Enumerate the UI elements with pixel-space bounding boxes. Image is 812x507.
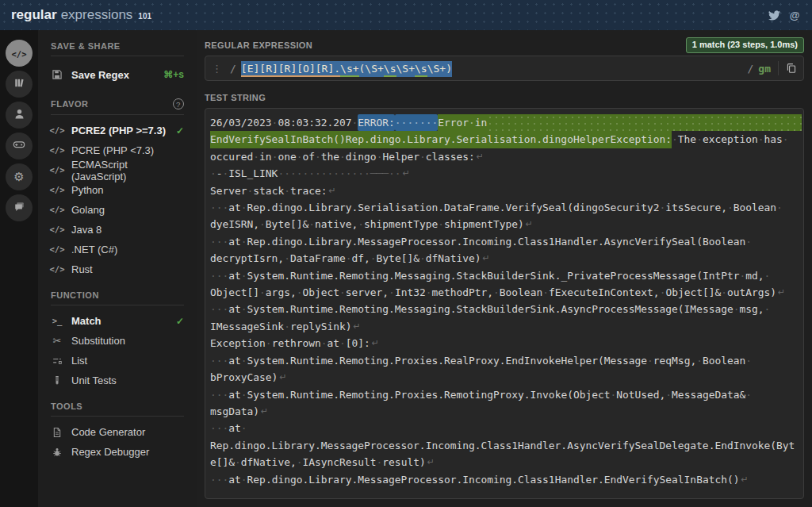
flavor-item-java-8[interactable]: </>Java 8 [51, 220, 184, 240]
item-label: Java 8 [71, 224, 102, 236]
code-icon: </> [12, 46, 27, 60]
bug-icon [51, 447, 63, 458]
check-icon: ✓ [176, 125, 184, 136]
twitter-icon[interactable] [768, 9, 780, 21]
flavor-item-rust[interactable]: </>Rust [51, 259, 184, 279]
rail-button-code[interactable]: </> [6, 40, 33, 67]
code-icon: </> [51, 166, 63, 175]
item-label: List [71, 355, 87, 367]
newline-marker-icon: ↵ [477, 148, 484, 165]
save-regex-button[interactable]: Save Regex ⌘+s [51, 62, 184, 87]
match-highlight-fill [487, 114, 802, 131]
flavor-item-pcre2-php-7-3[interactable]: </>PCRE2 (PHP >=7.3)✓ [51, 121, 184, 140]
rail-button-gamepad[interactable] [6, 133, 33, 159]
rail-button-settings[interactable]: ⚙ [6, 163, 33, 190]
regex-open-delimiter: / [230, 63, 236, 75]
newline-marker-icon: ↵ [261, 403, 268, 420]
list-icon [51, 355, 63, 367]
function-list: >_Match✓✂SubstitutionListUnit Tests [51, 311, 184, 390]
regex-input[interactable]: ⋮ / [E][R][R][O][R].\s+(\S+\s\S+\s\S+) /… [205, 56, 804, 81]
test-string-line: occured·in·one·of·the·dingo·Helper·class… [210, 148, 802, 165]
function-item-list[interactable]: List [51, 351, 184, 371]
test-section-label: TEST STRING [205, 93, 266, 102]
content-row: </>⚙ SAVE & SHARE Save Regex ⌘+s FLAVOR … [0, 30, 812, 507]
tool-item-code-generator[interactable]: Code Generator [51, 422, 184, 442]
item-label: Golang [71, 204, 105, 216]
function-item-substitution[interactable]: ✂Substitution [51, 331, 184, 351]
icon-rail: </>⚙ [0, 30, 38, 507]
function-item-match[interactable]: >_Match✓ [51, 311, 184, 331]
section-flavor: FLAVOR ? [51, 98, 184, 115]
rail-button-library[interactable] [6, 71, 33, 98]
account-icon [13, 108, 25, 123]
flavor-item-net-c[interactable]: </>.NET (C#) [51, 240, 184, 259]
regex-pattern-text[interactable]: [E][R][R][O][R].\s+(\S+\s\S+\s\S+) [241, 63, 452, 75]
newline-marker-icon: ↵ [778, 284, 785, 301]
item-label: PCRE (PHP <7.3) [71, 144, 154, 156]
item-label: Unit Tests [71, 374, 117, 386]
main-panel: REGULAR EXPRESSION 1 match (23 steps, 1.… [197, 30, 812, 507]
item-label: Python [71, 184, 103, 196]
test-string-line: ···at·Rep.dingo.Library.MessageProcessor… [210, 471, 802, 488]
scissors-icon: ✂ [51, 335, 63, 347]
item-label: ECMAScript (JavaScript) [71, 159, 184, 182]
gamepad-icon [13, 138, 25, 154]
newline-marker-icon: ↵ [741, 471, 748, 488]
at-icon[interactable]: @ [788, 9, 801, 21]
test-string-line: ···at·System.Runtime.Remoting.Messaging.… [210, 301, 802, 317]
rail-button-account[interactable] [6, 102, 33, 129]
item-label: PCRE2 (PHP >=7.3) [71, 125, 166, 136]
unittests-icon [51, 375, 63, 386]
divider [778, 61, 779, 75]
flavor-item-python[interactable]: </>Python [51, 180, 184, 200]
test-string-line: Exception·rethrown·at·[0]:↵ [210, 335, 802, 351]
test-string-line: ···at·Rep.dingo.Library.MessageProcessor… [210, 233, 802, 250]
item-label: .NET (C#) [71, 244, 117, 255]
newline-marker-icon: ↵ [483, 250, 490, 267]
test-string-line: ···at· [210, 420, 802, 436]
tools-title: TOOLS [51, 401, 82, 411]
feedback-icon [13, 201, 25, 216]
newline-marker-icon: ↵ [372, 335, 379, 351]
code-icon: </> [51, 225, 63, 234]
code-icon: </> [51, 205, 63, 214]
flavor-item-ecmascript-javascript[interactable]: </>ECMAScript (JavaScript) [51, 160, 184, 180]
regex-close-delimiter: / [748, 63, 754, 75]
item-label: Rust [71, 263, 93, 275]
test-string-line: ···at·System.Runtime.Remoting.Proxies.Re… [210, 386, 802, 403]
check-icon: ✓ [176, 316, 184, 327]
flavor-title: FLAVOR [51, 99, 88, 109]
item-label: Regex Debugger [71, 446, 149, 458]
brand-logo[interactable]: regular expressions 101 [11, 7, 151, 23]
function-title: FUNCTION [51, 290, 99, 300]
flavor-item-golang[interactable]: </>Golang [51, 200, 184, 220]
rail-button-feedback[interactable] [6, 194, 33, 221]
tools-list: Code GeneratorRegex Debugger [51, 422, 184, 462]
help-icon[interactable]: ? [173, 98, 184, 109]
document-icon [51, 427, 63, 438]
terminal-icon: >_ [51, 317, 63, 325]
newline-marker-icon: ↵ [526, 216, 533, 232]
newline-marker-icon: ↵ [279, 369, 286, 386]
brand-regular: regular [11, 7, 57, 23]
header-social-icons: @ [768, 9, 801, 21]
drag-handle-icon[interactable]: ⋮ [212, 63, 222, 75]
tool-item-regex-debugger[interactable]: Regex Debugger [51, 442, 184, 462]
test-string-editor[interactable]: 26/03/2023·08:03:32.207·ERROR:·······Err… [205, 108, 804, 499]
copy-icon[interactable] [786, 63, 797, 74]
library-icon [13, 77, 25, 92]
test-string-line: bProxyCase)↵ [210, 369, 802, 386]
flavor-item-pcre-php-7-3[interactable]: </>PCRE (PHP <7.3) [51, 140, 184, 160]
regex-flags[interactable]: gm [758, 63, 771, 75]
newline-marker-icon: ↵ [427, 454, 435, 471]
test-section-bar: TEST STRING [205, 87, 804, 108]
code-icon: </> [51, 245, 63, 254]
test-string-line: dyeISRN,·Byte[]&·native,·shipmentType·sh… [210, 216, 802, 232]
test-string-line: Server·stack·trace:↵ [210, 182, 802, 199]
match-count-badge: 1 match (23 steps, 1.0ms) [686, 37, 804, 52]
section-tools: TOOLS [51, 401, 184, 417]
test-string-line: msgData)↵ [210, 403, 802, 420]
sidebar: SAVE & SHARE Save Regex ⌘+s FLAVOR ? </>… [38, 30, 197, 507]
function-item-unit-tests[interactable]: Unit Tests [51, 371, 184, 390]
test-string-line: 26/03/2023·08:03:32.207·ERROR:·······Err… [210, 114, 802, 131]
